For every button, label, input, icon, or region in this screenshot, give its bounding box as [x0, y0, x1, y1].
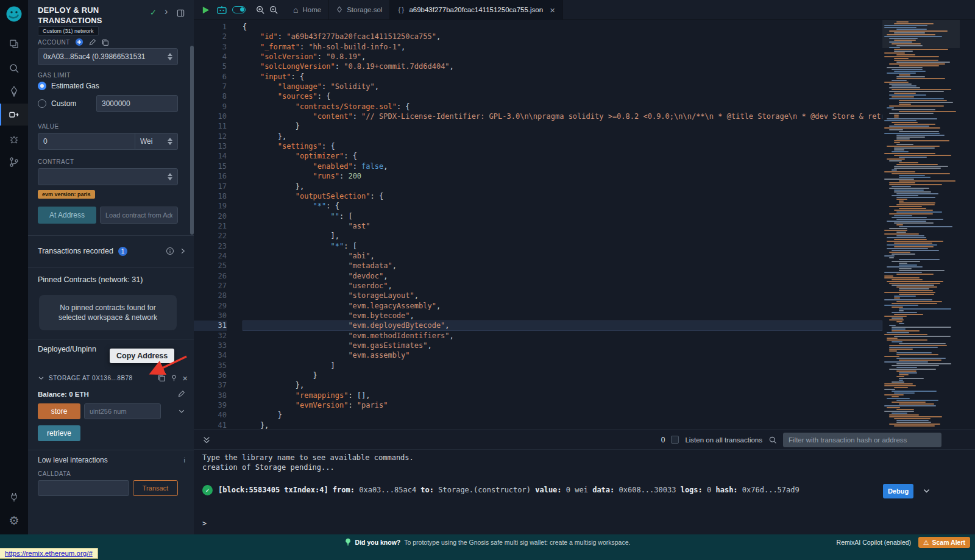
zoom-out-icon[interactable]	[269, 0, 278, 20]
calldata-input[interactable]	[43, 484, 124, 492]
zoom-in-icon[interactable]	[255, 0, 265, 20]
terminal-search-icon[interactable]	[768, 436, 777, 444]
store-arg-input[interactable]	[90, 407, 155, 416]
run-script-icon[interactable]	[201, 0, 210, 20]
plugin-manager-icon[interactable]	[0, 486, 28, 508]
transactions-recorded-row[interactable]: Transactions recorded 1	[38, 243, 186, 259]
custom-gas-input-wrap	[96, 95, 178, 112]
minimap-line	[899, 288, 929, 289]
estimated-gas-radio[interactable]	[38, 82, 46, 90]
scam-alert-button[interactable]: ⚠ Scam Alert	[918, 537, 970, 548]
minimap-line	[896, 321, 902, 322]
value-unit-select[interactable]: Wei	[135, 133, 178, 150]
line-number: 7	[194, 82, 227, 91]
json-file-icon: {}	[397, 7, 405, 13]
git-icon[interactable]	[0, 151, 28, 173]
debug-button[interactable]: Debug	[883, 484, 913, 498]
line-number: 32	[194, 331, 227, 341]
minimap-line	[889, 87, 920, 88]
tab-storage-sol[interactable]: Storage.sol	[329, 0, 390, 20]
copy-account-icon[interactable]	[101, 38, 109, 46]
edit-balance-icon[interactable]	[177, 390, 185, 398]
contract-stepper[interactable]	[164, 173, 172, 180]
minimap-line	[892, 330, 920, 331]
debugger-icon[interactable]	[0, 128, 28, 150]
chevron-down-icon[interactable]	[38, 375, 44, 381]
editor-code[interactable]: { "id": "a69b43f277ba20fcac141151250ca75…	[239, 20, 882, 430]
line-number: 3	[194, 42, 227, 52]
settings-icon[interactable]: ⚙	[0, 509, 28, 531]
store-button[interactable]: store	[38, 403, 80, 419]
minimap-line	[896, 144, 913, 145]
minimap-line	[889, 94, 926, 96]
minimap[interactable]	[882, 20, 960, 430]
tab-build-info-json[interactable]: {} a69b43f277ba20fcac141151250ca755.json…	[390, 0, 563, 20]
value-input[interactable]	[43, 137, 130, 146]
remix-logo-icon[interactable]	[5, 5, 23, 23]
minimap-line	[887, 407, 900, 408]
transact-button[interactable]: Transact	[133, 480, 178, 496]
panel-chevron-icon[interactable]: ›	[165, 6, 168, 17]
close-tab-icon[interactable]: ×	[550, 5, 555, 15]
minimap-line	[887, 118, 937, 119]
editor-gutter: 1234567891011121314151617181920212223242…	[194, 20, 239, 430]
file-explorer-icon[interactable]	[0, 33, 28, 55]
account-select[interactable]: 0xA03...85ac4 (0.39866531531	[38, 48, 178, 65]
panel-scrollbar[interactable]	[190, 46, 194, 235]
tx-summary: [block:5583405 txIndex:4] from: 0xa03...…	[218, 486, 800, 495]
custom-gas-radio[interactable]	[38, 99, 46, 108]
value-unit-stepper[interactable]	[164, 138, 172, 145]
line-number: 22	[194, 231, 227, 241]
code-line: "outputSelection": {	[243, 191, 882, 201]
code-line: "remappings": [],	[243, 391, 882, 400]
at-address-input[interactable]	[105, 211, 172, 219]
code-line: "id": "a69b43f277ba20fcac141151250ca755"…	[243, 32, 882, 41]
minimap-line	[892, 151, 909, 152]
minimap-line	[889, 188, 929, 189]
expand-args-chevron-icon[interactable]	[178, 408, 185, 415]
minimap-line	[894, 222, 934, 224]
transaction-result-row[interactable]: ✓ [block:5583405 txIndex:4] from: 0xa03.…	[202, 485, 800, 495]
minimap-line	[884, 233, 919, 235]
remixai-icon[interactable]	[216, 0, 227, 20]
terminal-content[interactable]: Type the library name to see available c…	[194, 450, 975, 534]
solidity-file-icon	[336, 6, 342, 14]
custom-gas-input[interactable]	[102, 99, 172, 108]
terminal-prompt[interactable]: >	[202, 519, 207, 528]
warning-icon: ⚠	[923, 539, 929, 546]
minimap-line	[884, 299, 932, 300]
contract-select[interactable]	[38, 168, 178, 185]
retrieve-button[interactable]: retrieve	[38, 425, 80, 441]
filter-input[interactable]	[783, 433, 941, 447]
code-editor[interactable]: 1234567891011121314151617181920212223242…	[194, 20, 975, 430]
edit-account-icon[interactable]	[88, 38, 96, 46]
minimap-line	[889, 369, 936, 370]
divider	[28, 235, 194, 236]
solidity-compiler-icon[interactable]	[0, 80, 28, 102]
expand-transactions-icon[interactable]	[179, 247, 186, 255]
expand-terminal-icon[interactable]	[202, 436, 211, 444]
deploy-run-icon[interactable]	[0, 104, 28, 126]
low-level-info-icon[interactable]: i	[184, 456, 185, 464]
expand-tx-chevron-icon[interactable]	[923, 487, 931, 495]
minimap-line	[884, 277, 920, 278]
copilot-toggle[interactable]	[232, 0, 246, 20]
account-stepper[interactable]	[164, 53, 172, 60]
code-line: "metadata",	[243, 261, 882, 271]
pin-panel-icon[interactable]	[177, 9, 185, 17]
add-account-icon[interactable]	[75, 38, 83, 46]
minimap-line	[896, 370, 916, 372]
tab-home[interactable]: ⌂ Home	[286, 0, 329, 20]
minimap-line	[899, 74, 910, 76]
minimap-line	[884, 385, 916, 386]
listen-checkbox[interactable]	[671, 436, 679, 444]
editor-topbar: ⌂ Home Storage.sol {} a69b43f277ba20fcac…	[194, 0, 975, 20]
at-address-button[interactable]: At Address	[38, 207, 96, 224]
minimap-line	[887, 241, 943, 242]
minimap-line	[899, 202, 935, 204]
minimap-line	[896, 376, 904, 377]
info-icon[interactable]	[166, 247, 174, 255]
minimap-line	[899, 100, 947, 101]
line-number: 25	[194, 261, 227, 271]
search-icon[interactable]	[0, 57, 28, 79]
